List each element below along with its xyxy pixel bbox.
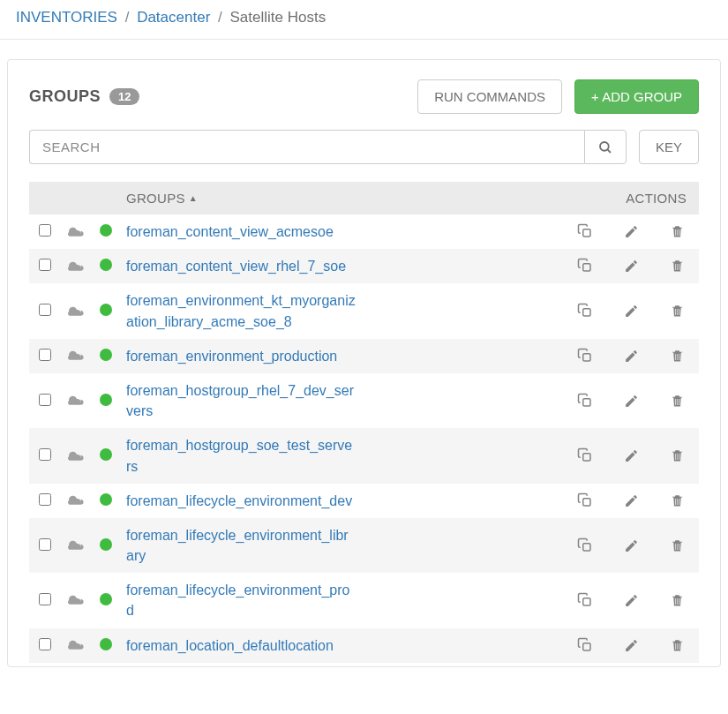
group-name-link[interactable]: foreman_environment_kt_myorganization_li… bbox=[126, 290, 356, 331]
cloud-icon bbox=[68, 349, 86, 363]
edit-icon[interactable] bbox=[621, 635, 641, 655]
edit-icon[interactable] bbox=[621, 590, 641, 610]
cloud-icon bbox=[68, 259, 86, 274]
copy-icon[interactable] bbox=[575, 536, 595, 555]
row-checkbox[interactable] bbox=[39, 638, 51, 650]
delete-icon[interactable] bbox=[667, 391, 687, 410]
breadcrumb: INVENTORIES / Datacenter / Satellite Hos… bbox=[0, 0, 728, 40]
delete-icon[interactable] bbox=[667, 491, 687, 510]
group-name-link[interactable]: foreman_hostgroup_soe_test_servers bbox=[126, 435, 356, 476]
edit-icon[interactable] bbox=[621, 257, 641, 276]
table-row: foreman_lifecycle_environment_prod bbox=[29, 573, 699, 628]
search-button[interactable] bbox=[584, 130, 627, 164]
svg-rect-3 bbox=[583, 264, 590, 271]
copy-icon[interactable] bbox=[575, 391, 595, 410]
delete-icon[interactable] bbox=[667, 222, 687, 241]
group-count-badge: 12 bbox=[109, 88, 139, 105]
status-dot-icon bbox=[100, 349, 112, 361]
cloud-icon bbox=[68, 225, 86, 239]
row-checkbox[interactable] bbox=[39, 304, 51, 316]
copy-icon[interactable] bbox=[575, 222, 595, 241]
status-dot-icon bbox=[100, 394, 112, 406]
group-name-link[interactable]: foreman_hostgroup_rhel_7_dev_servers bbox=[126, 380, 356, 421]
cloud-icon bbox=[68, 394, 86, 408]
delete-icon[interactable] bbox=[667, 536, 687, 555]
svg-rect-11 bbox=[583, 643, 590, 650]
cloud-icon bbox=[68, 449, 86, 463]
copy-icon[interactable] bbox=[575, 446, 595, 465]
edit-icon[interactable] bbox=[621, 222, 641, 242]
breadcrumb-link-parent[interactable]: Datacenter bbox=[137, 9, 210, 26]
copy-icon[interactable] bbox=[575, 635, 595, 655]
row-checkbox[interactable] bbox=[39, 349, 51, 361]
delete-icon[interactable] bbox=[667, 301, 687, 320]
groups-panel: GROUPS 12 RUN COMMANDS + ADD GROUP KEY bbox=[7, 59, 721, 667]
svg-rect-9 bbox=[583, 543, 590, 550]
edit-icon[interactable] bbox=[621, 346, 641, 365]
breadcrumb-separator: / bbox=[218, 9, 222, 26]
column-header-actions: ACTIONS bbox=[531, 182, 699, 214]
group-name-link[interactable]: foreman_lifecycle_environment_library bbox=[126, 525, 356, 566]
sort-ascending-icon: ▲ bbox=[189, 193, 198, 203]
column-header-groups[interactable]: GROUPS▲ bbox=[119, 182, 531, 214]
row-checkbox[interactable] bbox=[39, 493, 51, 506]
status-dot-icon bbox=[100, 304, 112, 316]
status-dot-icon bbox=[100, 448, 112, 461]
table-row: foreman_location_defaultlocation bbox=[29, 628, 699, 663]
svg-rect-7 bbox=[583, 454, 590, 461]
row-checkbox[interactable] bbox=[39, 593, 51, 605]
cloud-icon bbox=[68, 593, 86, 607]
delete-icon[interactable] bbox=[667, 256, 687, 275]
breadcrumb-separator: / bbox=[125, 9, 130, 26]
group-name-link[interactable]: foreman_location_defaultlocation bbox=[126, 635, 334, 656]
copy-icon[interactable] bbox=[575, 301, 595, 320]
copy-icon[interactable] bbox=[575, 346, 595, 365]
svg-rect-2 bbox=[583, 229, 590, 237]
run-commands-button[interactable]: RUN COMMANDS bbox=[417, 79, 562, 114]
group-name-link[interactable]: foreman_lifecycle_environment_prod bbox=[126, 580, 356, 620]
group-name-link[interactable]: foreman_content_view_acmesoe bbox=[126, 222, 334, 242]
table-row: foreman_lifecycle_environment_library bbox=[29, 518, 699, 573]
table-row: foreman_lifecycle_environment_dev bbox=[29, 484, 699, 518]
status-dot-icon bbox=[100, 259, 112, 271]
edit-icon[interactable] bbox=[621, 302, 641, 321]
delete-icon[interactable] bbox=[667, 346, 687, 365]
table-row: foreman_environment_kt_myorganization_li… bbox=[29, 283, 699, 338]
row-checkbox[interactable] bbox=[39, 259, 51, 271]
delete-icon[interactable] bbox=[667, 446, 687, 465]
table-row: foreman_hostgroup_soe_test_servers bbox=[29, 428, 699, 483]
row-checkbox[interactable] bbox=[39, 538, 51, 551]
delete-icon[interactable] bbox=[667, 590, 687, 610]
status-dot-icon bbox=[100, 493, 112, 506]
copy-icon[interactable] bbox=[575, 256, 595, 275]
status-dot-icon bbox=[100, 593, 112, 605]
edit-icon[interactable] bbox=[621, 536, 641, 555]
panel-header: GROUPS 12 RUN COMMANDS + ADD GROUP bbox=[29, 79, 699, 114]
delete-icon[interactable] bbox=[667, 635, 687, 655]
key-button[interactable]: KEY bbox=[639, 130, 699, 164]
status-dot-icon bbox=[100, 538, 112, 551]
search-icon bbox=[597, 139, 613, 155]
row-checkbox[interactable] bbox=[39, 448, 51, 461]
group-name-link[interactable]: foreman_lifecycle_environment_dev bbox=[126, 491, 352, 511]
copy-icon[interactable] bbox=[575, 491, 595, 510]
svg-rect-8 bbox=[583, 499, 590, 506]
status-dot-icon bbox=[100, 224, 112, 237]
copy-icon[interactable] bbox=[575, 590, 595, 610]
add-group-button[interactable]: + ADD GROUP bbox=[574, 79, 699, 114]
group-name-link[interactable]: foreman_environment_production bbox=[126, 346, 337, 366]
cloud-icon bbox=[68, 304, 86, 319]
edit-icon[interactable] bbox=[621, 491, 641, 510]
cloud-icon bbox=[68, 638, 86, 652]
table-row: foreman_content_view_rhel_7_soe bbox=[29, 249, 699, 283]
group-name-link[interactable]: foreman_content_view_rhel_7_soe bbox=[126, 256, 346, 276]
edit-icon[interactable] bbox=[621, 391, 641, 410]
edit-icon[interactable] bbox=[621, 447, 641, 466]
breadcrumb-link-inventories[interactable]: INVENTORIES bbox=[16, 9, 117, 26]
row-checkbox[interactable] bbox=[39, 394, 51, 406]
table-header: GROUPS▲ ACTIONS bbox=[29, 182, 699, 214]
row-checkbox[interactable] bbox=[39, 224, 51, 237]
groups-table: GROUPS▲ ACTIONS foreman_content_view_acm… bbox=[29, 182, 699, 663]
table-row: foreman_environment_production bbox=[29, 339, 699, 373]
search-input[interactable] bbox=[29, 130, 584, 164]
